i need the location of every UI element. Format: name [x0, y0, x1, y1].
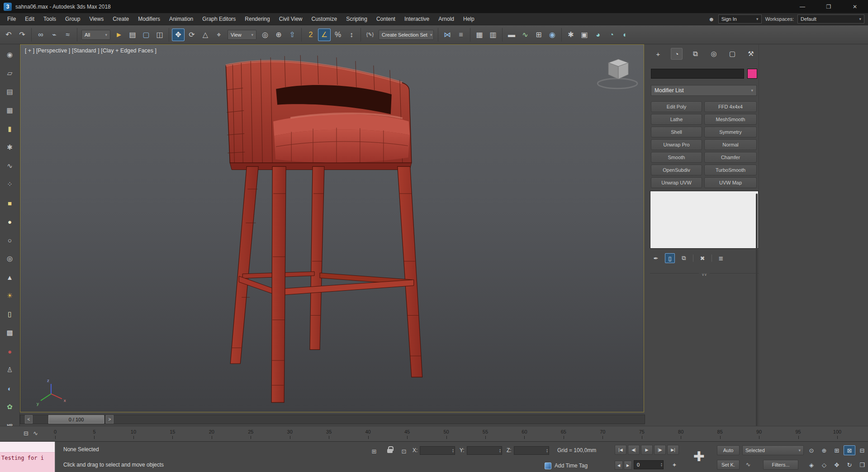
- time-tag-icon[interactable]: [545, 463, 551, 469]
- gizmo-icon[interactable]: ✱: [4, 142, 16, 153]
- perspective-viewport[interactable]: z y x [ + ] [Perspective ] [Standard ] […: [20, 44, 644, 412]
- close-button[interactable]: ✕: [842, 0, 868, 13]
- select-by-name-icon[interactable]: ▤: [126, 28, 139, 41]
- select-and-place-icon[interactable]: ⌖: [213, 28, 225, 41]
- key-mode-icon[interactable]: ✦: [670, 461, 678, 469]
- modifier-button-shell[interactable]: Shell: [651, 127, 702, 137]
- menu-graph-editors[interactable]: Graph Editors: [198, 13, 240, 25]
- modifier-button-opensubdiv[interactable]: OpenSubdiv: [651, 165, 702, 175]
- spinner-arrows-icon[interactable]: ▴▾: [499, 448, 501, 453]
- spinner-arrows-icon[interactable]: ▴▾: [546, 448, 548, 453]
- modifier-button-turbosmooth[interactable]: TurboSmooth: [704, 165, 757, 175]
- render-iterative-icon[interactable]: ◔: [605, 28, 618, 41]
- track-bar-ruler[interactable]: ⊟∿ 0510152025303540455055606570758085909…: [0, 426, 868, 442]
- trackbar-mode-icon[interactable]: ∿: [33, 430, 38, 437]
- time-slider-track[interactable]: [20, 415, 645, 424]
- next-key-button[interactable]: |▶: [654, 445, 666, 455]
- selection-brackets-icon[interactable]: ◈: [806, 460, 817, 470]
- viewport-label[interactable]: [ + ] [Perspective ] [Standard ] [Clay +…: [25, 47, 157, 54]
- utilities-tab[interactable]: ⚒: [745, 48, 757, 60]
- modifier-button-chamfer[interactable]: Chamfer: [704, 152, 757, 163]
- make-unique-icon[interactable]: ⧉: [679, 253, 689, 263]
- y-coordinate-field[interactable]: ▴▾: [467, 446, 502, 455]
- add-time-tag[interactable]: Add Time Tag: [555, 463, 588, 469]
- zoom-region-icon[interactable]: ⊟: [856, 445, 868, 455]
- field-of-view-icon[interactable]: ◇: [818, 460, 830, 470]
- spinner-snap-icon[interactable]: ↕: [345, 28, 358, 41]
- modify-tab[interactable]: ◔: [671, 48, 683, 60]
- stool-3d-model[interactable]: [226, 55, 422, 402]
- next-frame-button[interactable]: >: [106, 415, 114, 424]
- modifier-button-unwrap-uvw[interactable]: Unwrap UVW: [651, 177, 702, 188]
- scene-explorer-icon[interactable]: ▥: [487, 28, 499, 41]
- previous-key-button[interactable]: ◀|: [628, 445, 640, 455]
- foliage-icon[interactable]: ✿: [4, 401, 16, 413]
- circle-icon[interactable]: ○: [4, 234, 16, 246]
- material-editor-icon[interactable]: ◉: [546, 28, 559, 41]
- orbit-icon[interactable]: ↻: [844, 460, 855, 470]
- z-coordinate-field[interactable]: ▴▾: [514, 446, 549, 455]
- object-color-swatch[interactable]: [747, 69, 757, 79]
- remove-modifier-icon[interactable]: ✖: [697, 253, 707, 263]
- menu-create[interactable]: Create: [108, 13, 133, 25]
- previous-frame-button[interactable]: <: [25, 415, 33, 424]
- viewcube[interactable]: [598, 59, 637, 89]
- modifier-button-symmetry[interactable]: Symmetry: [704, 127, 757, 137]
- select-and-scale-icon[interactable]: △: [199, 28, 212, 41]
- rectangular-selection-icon[interactable]: ▢: [140, 28, 152, 41]
- named-selection-set-dropdown[interactable]: Create Selection Set▾: [379, 30, 434, 40]
- modifier-stack[interactable]: [650, 191, 759, 249]
- modifier-button-lathe[interactable]: Lathe: [651, 114, 702, 125]
- layer-explorer-icon[interactable]: ▦: [473, 28, 486, 41]
- render-production-icon[interactable]: ◕: [592, 28, 604, 41]
- rollout-grip-icon[interactable]: ∨∨: [699, 273, 710, 277]
- redo-icon[interactable]: ↷: [16, 28, 28, 41]
- sphere-icon[interactable]: ●: [4, 216, 16, 227]
- zoom-extents-icon[interactable]: ⊠: [844, 445, 855, 455]
- set-keys-button[interactable]: ✚: [689, 444, 708, 468]
- create-tab[interactable]: +: [652, 48, 664, 60]
- filters-button[interactable]: Filters...: [763, 460, 798, 470]
- menu-modifiers[interactable]: Modifiers: [133, 13, 165, 25]
- modifier-button-normal[interactable]: Normal: [704, 139, 757, 150]
- activeshade-icon[interactable]: ◐: [619, 28, 631, 41]
- auto-key-button[interactable]: Auto: [717, 445, 740, 455]
- angle-snap-icon[interactable]: ∠: [318, 28, 331, 41]
- edit-named-sets-icon[interactable]: {✎}: [364, 28, 376, 41]
- cone-icon[interactable]: ▲: [4, 271, 16, 283]
- go-to-start-button[interactable]: |◀: [615, 445, 626, 455]
- play-button[interactable]: ▶: [641, 445, 653, 455]
- align-icon[interactable]: ≡: [455, 28, 467, 41]
- modifier-button-uvw-map[interactable]: UVW Map: [704, 177, 757, 188]
- capsule-icon[interactable]: ▯: [4, 308, 16, 320]
- menu-help[interactable]: Help: [459, 13, 479, 25]
- modifier-button-meshsmooth[interactable]: MeshSmooth: [704, 114, 757, 125]
- mini-curve-editor-icon[interactable]: ⊟: [24, 430, 28, 437]
- configure-modifier-sets-icon[interactable]: ≣: [716, 253, 726, 263]
- box-icon[interactable]: ■: [4, 197, 16, 209]
- menu-edit[interactable]: Edit: [20, 13, 39, 25]
- lamp-icon[interactable]: ▮: [4, 123, 16, 135]
- camera-icon[interactable]: ◉: [4, 49, 16, 61]
- panel-resize-handle[interactable]: [759, 44, 759, 442]
- menu-customize[interactable]: Customize: [307, 13, 342, 25]
- figure-icon[interactable]: ♙: [4, 364, 16, 376]
- mirror-icon[interactable]: ⋈: [441, 28, 454, 41]
- menu-file[interactable]: File: [3, 13, 20, 25]
- modifier-button-unwrap-pro[interactable]: Unwrap Pro: [651, 139, 702, 150]
- curve-editor-icon[interactable]: ∿: [519, 28, 531, 41]
- maximize-viewport-icon[interactable]: ❒: [856, 460, 868, 470]
- reference-coordinate-dropdown[interactable]: View▾: [228, 30, 256, 40]
- modifier-list-dropdown[interactable]: Modifier List ▾: [651, 85, 757, 96]
- snaps-toggle-icon[interactable]: 2: [304, 28, 317, 41]
- previous-frame-small-button[interactable]: ◀: [615, 461, 623, 470]
- checker-icon[interactable]: ▩: [4, 327, 16, 339]
- go-to-end-button[interactable]: ▶|: [667, 445, 679, 455]
- menu-group[interactable]: Group: [61, 13, 85, 25]
- helix-icon[interactable]: ∿: [4, 160, 16, 172]
- select-and-rotate-icon[interactable]: ⟳: [185, 28, 198, 41]
- hierarchy-tab[interactable]: ⧉: [689, 48, 701, 60]
- use-pivot-center-icon[interactable]: ◎: [259, 28, 271, 41]
- workspaces-dropdown[interactable]: Default ▾: [797, 14, 864, 24]
- next-frame-small-button[interactable]: ▶: [624, 461, 632, 470]
